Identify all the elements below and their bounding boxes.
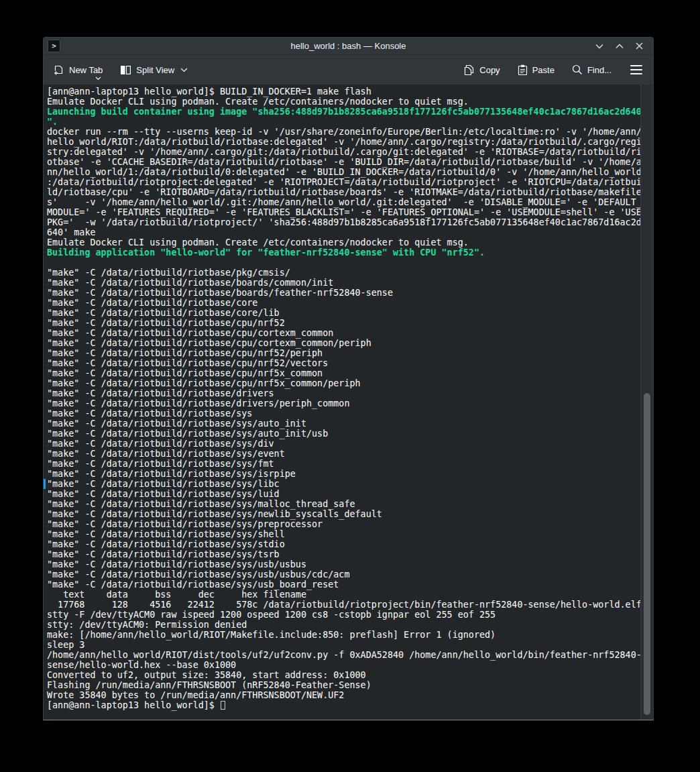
terminal-line: "make" -C /data/riotbuild/riotbase/board… [47,288,637,298]
terminal-line: :/data/riotbuild/riotproject:delegated' … [47,177,637,187]
split-view-button[interactable]: Split View [120,58,188,81]
close-icon [636,42,643,50]
chevron-down-icon [180,68,188,72]
terminal-line: docker run --rm --tty --userns keep-id -… [47,127,637,137]
terminal-line: "make" -C /data/riotbuild/riotbase/sys/n… [47,509,637,519]
terminal-line: "make" -C /data/riotbuild/riotbase/sys/s… [47,529,637,539]
paste-icon [518,64,528,76]
terminal-line: MODULE=' -e 'FEATURES_REQUIRED=' -e 'FEA… [47,207,637,217]
copy-icon [464,64,475,76]
terminal-line: Converted to uf2, output size: 35840, st… [47,670,637,680]
scrollbar-thumb[interactable] [644,393,650,715]
terminal-line: Emulate Docker CLI using podman. Create … [47,97,637,107]
terminal-line: "make" -C /data/riotbuild/riotbase/sys/t… [47,549,637,559]
chevron-up-icon [616,44,624,49]
titlebar[interactable]: > hello_world : bash — Konsole [44,38,653,55]
terminal-line: stry:delegated' -v '/home/ann/.cargo/git… [47,147,637,157]
terminal-line: "make" -C /data/riotbuild/riotbase/pkg/c… [47,268,637,278]
terminal-line: "make" -C /data/riotbuild/riotbase/sys/i… [47,469,637,479]
paste-button[interactable]: Paste [518,58,555,81]
terminal-line: stty: /dev/ttyACM0: Permission denied [47,620,637,630]
terminal-line: "make" -C /data/riotbuild/riotbase/cpu/c… [47,328,637,338]
terminal-line: "make" -C /data/riotbuild/riotbase/sys [47,408,637,419]
new-tab-label: New Tab [69,65,103,75]
toolbar-left-group: New Tab Split View [53,58,188,81]
new-tab-button[interactable]: New Tab [53,58,103,81]
terminal-line: "make" -C /data/riotbuild/riotbase/cpu/n… [47,378,637,388]
window-title: hello_world : bash — Konsole [44,41,653,51]
tab-new-icon [53,64,64,76]
terminal-line: s' -v '/home/ann/hello_world/.git:/home/… [47,197,637,207]
terminal-line: "make" -C /data/riotbuild/riotbase/cpu/n… [47,318,637,328]
terminal-line: Flashing /run/media/ann/FTHRSNSBOOT (nRF… [47,680,637,690]
split-view-label: Split View [136,65,174,75]
scrollbar-track[interactable] [640,85,653,720]
terminal-line: "make" -C /data/riotbuild/riotbase/sys/a… [47,419,637,429]
terminal-line: "make" -C /data/riotbuild/riotbase/sys/e… [47,449,637,459]
konsole-icon[interactable]: > [48,40,60,52]
terminal-line: "make" -C /data/riotbuild/riotbase/sys/l… [47,479,637,489]
terminal-line: "make" -C /data/riotbuild/riotbase/sys/u… [47,569,637,580]
terminal-line: "make" -C /data/riotbuild/riotbase/cpu/n… [47,358,637,368]
terminal-line: make: [/home/ann/hello_world/RIOT/Makefi… [47,630,637,640]
terminal-line [47,258,637,268]
terminal-line: Launching build container using image "s… [47,107,637,117]
terminal-line: "make" -C /data/riotbuild/riotbase/sys/d… [47,439,637,449]
split-view-icon [120,65,131,75]
search-icon [572,64,583,75]
terminal-line: ld/riotbase/cpu' -e 'RIOTBOARD=/data/rio… [47,187,637,197]
terminal-line: PKG=' -w '/data/riotbuild/riotproject/' … [47,217,637,227]
konsole-window: > hello_world : bash — Konsole [43,37,654,720]
minimize-button[interactable] [595,42,603,50]
terminal-line: "make" -C /data/riotbuild/riotbase/sys/l… [47,489,637,499]
terminal-line: "make" -C /data/riotbuild/riotbase/core/… [47,308,637,318]
terminal-line: "make" -C /data/riotbuild/riotbase/sys/p… [47,519,637,529]
terminal-line: Emulate Docker CLI using podman. Create … [47,237,637,247]
terminal-line: nn/hello_world/1:/data/riotbuild/0:deleg… [47,167,637,177]
maximize-button[interactable] [615,42,624,50]
toolbar: New Tab Split View [44,55,653,85]
terminal-line: /home/ann/hello_world/RIOT/dist/tools/uf… [47,650,637,660]
terminal-line: "make" -C /data/riotbuild/riotbase/sys/m… [47,499,637,509]
find-button[interactable]: Find... [572,58,611,81]
copy-label: Copy [479,65,500,75]
close-button[interactable] [635,42,644,50]
paste-label: Paste [532,65,555,75]
chevron-down-icon [95,76,101,80]
terminal-line: "make" -C /data/riotbuild/riotbase/sys/f… [47,459,637,469]
terminal-line: hello_world/RIOT:/data/riotbuild/riotbas… [47,137,637,147]
terminal-line: "make" -C /data/riotbuild/riotbase/drive… [47,388,637,398]
terminal-line: text data bss dec hex filename [47,590,637,600]
chevron-down-icon [595,44,603,49]
toolbar-right-group: Copy Paste Find... [464,58,644,81]
terminal-line: otbase' -e 'CCACHE_BASEDIR=/data/riotbui… [47,157,637,167]
terminal-line: "make" -C /data/riotbuild/riotbase/cpu/n… [47,348,637,358]
terminal-line: [ann@ann-laptop13 hello_world]$ [47,700,637,710]
terminal-line: [ann@ann-laptop13 hello_world]$ BUILD_IN… [47,87,637,97]
terminal-line: "make" -C /data/riotbuild/riotbase/sys/s… [47,539,637,549]
terminal-line: "make" -C /data/riotbuild/riotbase/sys/u… [47,580,637,590]
find-label: Find... [587,65,611,75]
window-controls [595,42,653,50]
terminal-line: Building application "hello-world" for "… [47,247,637,258]
terminal-line: "make" -C /data/riotbuild/riotbase/cpu/c… [47,338,637,348]
terminal-output[interactable]: [ann@ann-laptop13 hello_world]$ BUILD_IN… [44,85,653,720]
terminal-line: "make" -C /data/riotbuild/riotbase/drive… [47,398,637,408]
terminal-line: "make" -C /data/riotbuild/riotbase/sys/u… [47,559,637,569]
terminal-line: Wrote 35840 bytes to /run/media/ann/FTHR… [47,690,637,700]
terminal-line: "make" -C /data/riotbuild/riotbase/cpu/n… [47,368,637,378]
terminal-line: "make" -C /data/riotbuild/riotbase/sys/a… [47,429,637,439]
terminal-line: 640' make [47,227,637,237]
terminal-line: sleep 3 [47,640,637,650]
terminal-line: 17768 128 4516 22412 578c /data/riotbuil… [47,600,637,610]
terminal-line: sense/hello-world.hex --base 0x1000 [47,660,637,670]
hamburger-menu-icon[interactable] [629,62,644,77]
terminal-line: "make" -C /data/riotbuild/riotbase/board… [47,278,637,288]
terminal-line: stty -F /dev/ttyACM0 raw ispeed 1200 osp… [47,610,637,620]
terminal-line: "make" -C /data/riotbuild/riotbase/core [47,298,637,308]
terminal-cursor [221,701,225,710]
terminal-lines: [ann@ann-laptop13 hello_world]$ BUILD_IN… [47,87,637,710]
terminal-line: ". [47,117,637,127]
copy-button[interactable]: Copy [464,58,500,81]
